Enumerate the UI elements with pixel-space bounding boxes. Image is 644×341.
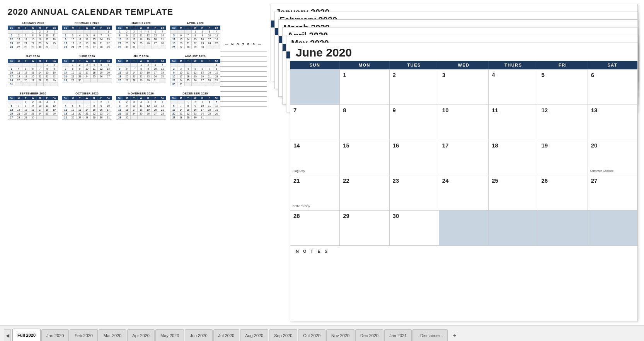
front-header-tues: TUES	[390, 61, 439, 69]
mini-cal-feb: FEBRUARY 2020 SuMTWRFSa 1 2345678 910111…	[62, 21, 112, 49]
tab-prev-btn[interactable]: ◀	[4, 329, 11, 341]
front-row-4: 21Father's Day 22 23 24 25 26 27	[290, 175, 637, 210]
front-cell-r3c1: 14Flag Day	[290, 140, 340, 175]
tab-jun-2020[interactable]: Jun 2020	[185, 329, 212, 341]
front-cell-r3c3: 16	[390, 140, 439, 175]
front-cell-r4c1: 21Father's Day	[290, 175, 340, 210]
front-row-1: 1 2 3 4 5 6	[290, 69, 637, 105]
front-cell-r5c2: 29	[340, 211, 389, 245]
front-cell-r2c2: 8	[340, 105, 389, 140]
front-cell-r5c3: 30	[390, 211, 439, 245]
tab-jan-2021[interactable]: Jan 2021	[384, 329, 412, 341]
front-cell-r5c4	[439, 211, 489, 245]
front-cell-r5c6	[538, 211, 588, 245]
annual-grid: JANUARY 2020 SuMTWRFSa 1234 567891011 12…	[8, 21, 263, 125]
tab-may-2020[interactable]: May 2020	[155, 329, 184, 341]
front-cell-r1c3: 2	[390, 70, 439, 105]
annual-row-1: JANUARY 2020 SuMTWRFSa 1234 567891011 12…	[8, 21, 263, 49]
front-cell-r1c1	[290, 70, 340, 105]
front-cell-r4c6: 26	[538, 175, 588, 210]
front-body: 1 2 3 4 5 6 7 8 9 10 11 12 13	[290, 69, 637, 245]
front-header-wed: WED	[439, 61, 489, 69]
front-header-thurs: THURS	[489, 61, 538, 69]
tab-apr-2020[interactable]: Apr 2020	[127, 329, 155, 341]
front-cell-r2c6: 12	[538, 105, 588, 140]
mini-cal-may: MAY 2020 SuMTWRFSa 12 3456789 1011121314…	[8, 55, 58, 86]
front-cell-r2c7: 13	[588, 105, 637, 140]
front-cell-r3c4: 17	[439, 140, 489, 175]
mini-cal-oct: OCTOBER 2020 SuMTWRFSa 123 45678910 1112…	[62, 92, 112, 120]
front-cell-r2c5: 11	[489, 105, 538, 140]
tab-mar-2020[interactable]: Mar 2020	[99, 329, 126, 341]
front-cell-r2c4: 10	[439, 105, 489, 140]
tab-aug-2020[interactable]: Aug 2020	[240, 329, 268, 341]
front-cell-r3c5: 18	[489, 140, 538, 175]
page-title: 2020 ANNUAL CALENDAR TEMPLATE	[8, 7, 173, 17]
front-cell-r1c7: 6	[588, 70, 637, 105]
mini-cal-apr: APRIL 2020 SuMTWRFSa 1234 567891011 1213…	[170, 21, 220, 49]
tab-dec-2020[interactable]: Dec 2020	[355, 329, 383, 341]
front-cell-r4c2: 22	[340, 175, 389, 210]
mini-cal-jan: JANUARY 2020 SuMTWRFSa 1234 567891011 12…	[8, 21, 58, 49]
front-cell-r4c5: 25	[489, 175, 538, 210]
notes-section: — N O T E S —	[220, 43, 267, 107]
main-area: 2020 ANNUAL CALENDAR TEMPLATE JANUARY 20…	[0, 0, 644, 325]
mini-cal-aug: AUGUST 2020 SuMTWRFSa 1 2345678 91011121…	[170, 55, 220, 86]
tab-feb-2020[interactable]: Feb 2020	[70, 329, 97, 341]
front-header-mon: MON	[340, 61, 389, 69]
front-cell-r3c7: 20Summer Solstice	[588, 140, 637, 175]
mini-cal-sep: SEPTEMBER 2020 SuMTWRFSa 12345 678910111…	[8, 92, 58, 120]
mini-cal-nov: NOVEMBER 2020 SuMTWRFSa 1234567 89101112…	[116, 92, 166, 120]
front-header-fri: FRI	[538, 61, 588, 69]
notes-lines	[220, 48, 267, 107]
front-cell-r4c3: 23	[390, 175, 439, 210]
front-cell-r3c2: 15	[340, 140, 389, 175]
tab-jan-2020[interactable]: Jan 2020	[41, 329, 69, 341]
front-cell-r3c6: 19	[538, 140, 588, 175]
mini-cal-jun: JUNE 2020 SuMTWRFSa 123456 78910111213 1…	[62, 55, 112, 86]
add-tab-button[interactable]: +	[450, 330, 459, 341]
tab-bar: ◀ Full 2020 Jan 2020 Feb 2020 Mar 2020 A…	[0, 325, 644, 341]
front-cell-r1c2: 1	[340, 70, 389, 105]
mini-cal-dec: DECEMBER 2020 SuMTWRFSa 12345 6789101112…	[170, 92, 220, 120]
tab-sep-2020[interactable]: Sep 2020	[269, 329, 297, 341]
tab-oct-2020[interactable]: Oct 2020	[298, 329, 325, 341]
mini-cal-mar: MARCH 2020 SuMTWRFSa 1234567 89101112131…	[116, 21, 166, 49]
front-month-title: June 2020	[290, 43, 637, 61]
mini-cal-jul: JULY 2020 SuMTWRFSa 1234 567891011 12131…	[116, 55, 166, 86]
tab-full-2020[interactable]: Full 2020	[12, 329, 41, 341]
front-notes-section: N O T E S	[290, 245, 637, 276]
front-cell-r5c5	[489, 211, 538, 245]
front-cell-r2c1: 7	[290, 105, 340, 140]
notes-title: — N O T E S —	[220, 43, 267, 46]
front-header-sun: SUN	[290, 61, 340, 69]
front-cell-r1c4: 3	[439, 70, 489, 105]
front-header-sat: SAT	[588, 61, 637, 69]
front-cell-r1c6: 5	[538, 70, 588, 105]
front-cell-r1c5: 4	[489, 70, 538, 105]
front-cell-r4c7: 27	[588, 175, 637, 210]
front-cell-r5c1: 28	[290, 211, 340, 245]
stacked-cal-june-front: June 2020 SUN MON TUES WED THURS FRI SAT…	[290, 43, 638, 321]
tab-nov-2020[interactable]: Nov 2020	[326, 329, 354, 341]
tab-jul-2020[interactable]: Jul 2020	[213, 329, 240, 341]
front-row-3: 14Flag Day 15 16 17 18 19 20Summer Solst…	[290, 140, 637, 175]
stacked-calendars: January 2020 SUNMONTUESWEDTHURSFRISAT Fe…	[271, 4, 638, 321]
front-notes-label: N O T E S	[296, 249, 632, 254]
front-row-5: 28 29 30	[290, 210, 637, 245]
front-cell-r2c3: 9	[390, 105, 439, 140]
front-header-row: SUN MON TUES WED THURS FRI SAT	[290, 61, 637, 69]
front-cell-r5c7	[588, 211, 637, 245]
tab-disclaimer[interactable]: - Disclaimer -	[412, 329, 448, 341]
front-row-2: 7 8 9 10 11 12 13	[290, 105, 637, 140]
front-cell-r4c4: 24	[439, 175, 489, 210]
